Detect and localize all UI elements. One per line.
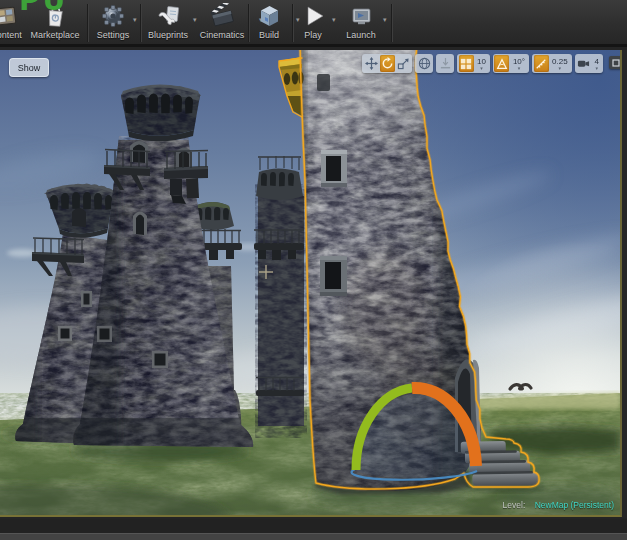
- grid-snap-group: 10 ▾: [457, 54, 490, 73]
- toolbar-button-build[interactable]: Build: [246, 3, 292, 45]
- launch-dropdown-caret[interactable]: ▾: [383, 16, 387, 24]
- scale-snap-group: 0.25 ▾: [532, 54, 572, 73]
- camera-speed-button[interactable]: [576, 55, 591, 72]
- right-edge-strip: [622, 50, 627, 518]
- level-viewport[interactable]: Show: [0, 50, 622, 517]
- toolbar-button-settings[interactable]: Settings: [89, 3, 137, 45]
- scale-icon: [397, 57, 410, 70]
- toolbar-separator: [140, 4, 141, 42]
- rotation-snap-value[interactable]: 10° ▾: [510, 55, 528, 72]
- grid-snap-icon: [460, 58, 472, 70]
- toolbar-button-label: Content: [0, 30, 22, 40]
- grid-snap-caret-icon: ▾: [480, 66, 483, 70]
- maximize-icon: [612, 59, 620, 67]
- translate-icon: [365, 57, 378, 70]
- grid-snap-toggle[interactable]: [459, 55, 474, 72]
- transform-tools-group: [362, 54, 412, 73]
- toolbar-button-label: Launch: [346, 30, 376, 40]
- asset-browser-icon: [0, 3, 20, 29]
- toolbar-button-play[interactable]: Play: [290, 3, 336, 45]
- rotation-snap-caret-icon: ▾: [518, 66, 521, 70]
- level-status: Level: NewMap (Persistent): [503, 500, 614, 510]
- rotation-snap-icon: [496, 58, 508, 70]
- blueprints-dropdown-caret[interactable]: ▾: [193, 16, 197, 24]
- clapperboard-icon: [209, 3, 236, 29]
- toolbar-button-label: Blueprints: [148, 30, 188, 40]
- show-button-label: Show: [18, 63, 41, 73]
- toolbar-button-cinematics[interactable]: Cinematics: [198, 3, 246, 45]
- tower-distant-right[interactable]: [254, 156, 304, 426]
- blueprint-tools-icon: [155, 3, 182, 29]
- camera-icon: [577, 57, 590, 70]
- grid-snap-value[interactable]: 10 ▾: [474, 55, 489, 72]
- toolbar-button-label: Play: [304, 30, 322, 40]
- main-toolbar: Content Marketplace: [0, 0, 627, 47]
- toolbar-separator: [87, 4, 88, 42]
- toolbar-button-label: Cinematics: [200, 30, 245, 40]
- rotate-icon: [381, 57, 394, 70]
- rotation-snap-group: 10° ▾: [493, 54, 529, 73]
- camera-speed-caret-icon: ▾: [596, 66, 599, 70]
- launch-device-icon: [348, 3, 375, 29]
- world-coordinate-button[interactable]: [417, 55, 432, 72]
- toolbar-separator: [391, 4, 392, 42]
- play-triangle-icon: [300, 3, 327, 29]
- show-button[interactable]: Show: [9, 58, 49, 77]
- camera-speed-value[interactable]: 4 ▾: [592, 55, 602, 72]
- scene-3d: [0, 50, 620, 515]
- scale-snap-toggle[interactable]: [534, 55, 549, 72]
- scale-snap-value[interactable]: 0.25 ▾: [549, 55, 571, 72]
- gear-sphere-icon: [100, 3, 127, 29]
- surface-snapping-button[interactable]: [438, 55, 453, 72]
- rotate-tool-button[interactable]: [380, 55, 395, 72]
- viewport-toolbar: 10 ▾ 10° ▾: [362, 54, 622, 74]
- content-browser-edge[interactable]: [0, 533, 627, 540]
- toolbar-button-label: Settings: [97, 30, 130, 40]
- toolbar-button-blueprints[interactable]: Blueprints: [144, 3, 192, 45]
- play-dropdown-caret[interactable]: ▾: [332, 16, 336, 24]
- level-label: Level:: [503, 500, 526, 510]
- bottom-dark-bar: [0, 519, 627, 533]
- maximize-viewport-button[interactable]: [609, 56, 622, 69]
- scale-tool-button[interactable]: [396, 55, 411, 72]
- watermark-text: PU: [19, 0, 68, 17]
- settings-dropdown-caret[interactable]: ▾: [133, 16, 137, 24]
- editor-window: Content Marketplace: [0, 0, 627, 540]
- surface-snap-icon: [439, 57, 452, 70]
- scale-snap-caret-icon: ▾: [559, 66, 562, 70]
- toolbar-button-launch[interactable]: Launch: [338, 3, 384, 45]
- toolbar-button-label: Build: [259, 30, 279, 40]
- coordinate-system-group: [415, 54, 433, 73]
- toolbar-button-label: Marketplace: [30, 30, 79, 40]
- building-cube-icon: [256, 3, 283, 29]
- camera-speed-group: 4 ▾: [575, 54, 603, 73]
- scale-snap-icon: [535, 58, 547, 70]
- surface-snap-group: [436, 54, 454, 73]
- level-value: NewMap (Persistent): [535, 500, 614, 510]
- globe-icon: [418, 57, 431, 70]
- translate-tool-button[interactable]: [364, 55, 379, 72]
- rotation-snap-toggle[interactable]: [494, 55, 509, 72]
